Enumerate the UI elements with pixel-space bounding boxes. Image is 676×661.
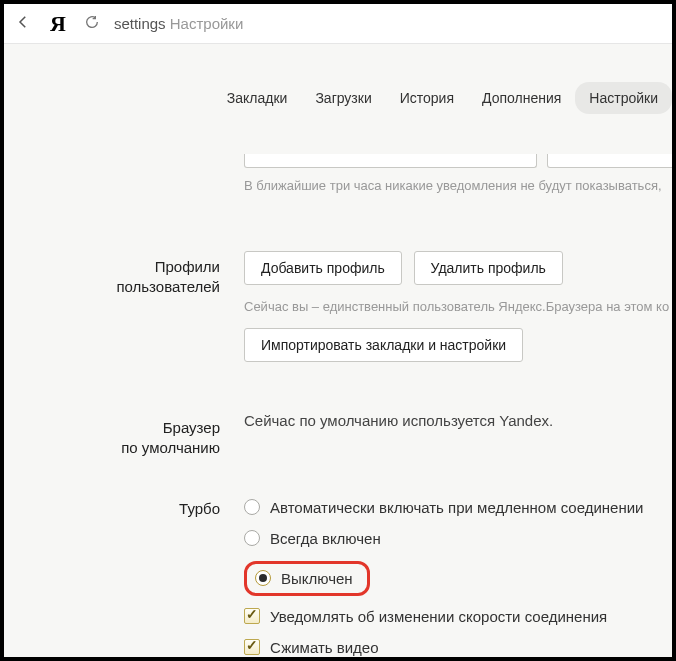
content-area: Закладки Загрузки История Дополнения Нас… <box>4 44 672 657</box>
radio-label: Выключен <box>281 570 353 587</box>
section-label-profiles: Профили пользователей <box>44 251 244 372</box>
tab-downloads[interactable]: Загрузки <box>301 82 385 114</box>
yandex-logo[interactable]: Я <box>46 11 70 37</box>
checkbox-label: Уведомлять об изменении скорости соедине… <box>270 608 607 625</box>
turbo-check-compress[interactable]: Сжимать видео <box>244 639 672 656</box>
radio-label: Автоматически включать при медленном сое… <box>270 499 643 516</box>
turbo-radio-off[interactable]: Выключен <box>255 570 353 587</box>
tab-extensions[interactable]: Дополнения <box>468 82 575 114</box>
settings-tabs: Закладки Загрузки История Дополнения Нас… <box>213 82 672 114</box>
tab-bookmarks[interactable]: Закладки <box>213 82 302 114</box>
radio-icon <box>244 530 260 546</box>
tab-settings[interactable]: Настройки <box>575 82 672 114</box>
import-button[interactable]: Импортировать закладки и настройки <box>244 328 523 362</box>
profiles-hint: Сейчас вы – единственный пользователь Ян… <box>244 299 672 314</box>
address-bar[interactable]: settings Настройки <box>114 15 243 32</box>
add-profile-button[interactable]: Добавить профиль <box>244 251 402 285</box>
settings-body: В ближайшие три часа никакие уведомления… <box>4 154 672 657</box>
reload-icon[interactable] <box>84 14 100 33</box>
turbo-radio-auto[interactable]: Автоматически включать при медленном сое… <box>244 499 672 516</box>
turbo-radio-always[interactable]: Всегда включен <box>244 530 672 547</box>
default-browser-note: Сейчас по умолчанию используется Yandex. <box>244 412 672 429</box>
checkbox-label: Сжимать видео <box>270 639 379 656</box>
back-icon[interactable] <box>14 13 32 34</box>
checkbox-icon <box>244 608 260 624</box>
address-title: Настройки <box>170 15 244 32</box>
radio-icon <box>244 499 260 515</box>
section-label-turbo: Турбо <box>44 499 244 658</box>
notifications-hint: В ближайшие три часа никакие уведомления… <box>244 178 672 193</box>
tab-history[interactable]: История <box>386 82 468 114</box>
section-label-empty <box>44 174 244 207</box>
address-prefix: settings <box>114 15 166 32</box>
delete-profile-button[interactable]: Удалить профиль <box>414 251 563 285</box>
radio-label: Всегда включен <box>270 530 381 547</box>
turbo-radio-off-highlight: Выключен <box>244 561 370 596</box>
checkbox-icon <box>244 639 260 655</box>
radio-icon-selected <box>255 570 271 586</box>
turbo-check-notify[interactable]: Уведомлять об изменении скорости соедине… <box>244 608 672 625</box>
browser-window: Я settings Настройки Закладки Загрузки И… <box>4 4 672 657</box>
section-label-default-browser: Браузер по умолчанию <box>44 412 244 459</box>
toolbar: Я settings Настройки <box>4 4 672 44</box>
